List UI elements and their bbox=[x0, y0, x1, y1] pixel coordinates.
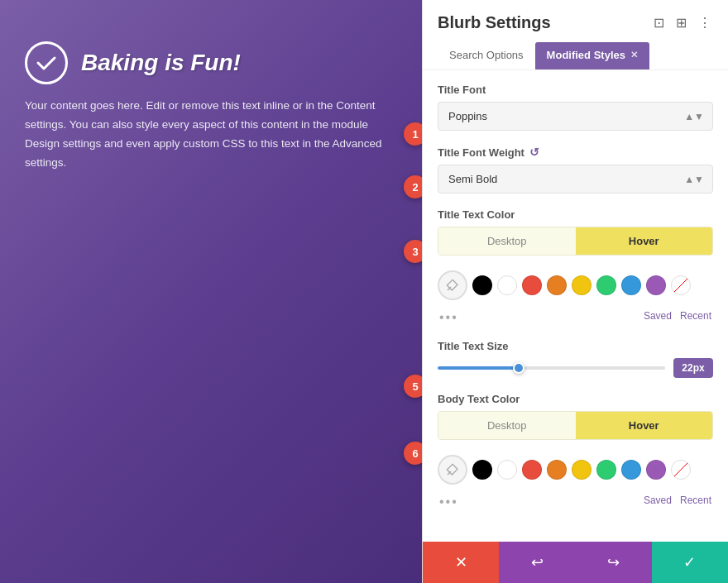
title-font-label: Title Font bbox=[438, 84, 713, 96]
title-size-value: 22px bbox=[673, 358, 713, 378]
title-text-color-group: Title Text Color Desktop Hover bbox=[438, 208, 713, 325]
title-color-saved-link[interactable]: Saved bbox=[644, 310, 672, 325]
badge-1: 1 bbox=[404, 122, 422, 146]
title-color-hover-tab[interactable]: Hover bbox=[576, 227, 713, 255]
body-color-swatch-none[interactable] bbox=[671, 460, 691, 480]
title-eyedropper-btn[interactable] bbox=[438, 270, 467, 300]
badge-2: 2 bbox=[404, 175, 422, 198]
preview-header: Baking is Fun! bbox=[25, 41, 405, 84]
save-button[interactable]: ✓ bbox=[652, 542, 728, 583]
body-color-swatch-blue[interactable] bbox=[621, 460, 641, 480]
title-color-row bbox=[438, 264, 713, 307]
body-color-swatch-yellow[interactable] bbox=[572, 460, 592, 480]
tabs-row: Search Options Modified Styles ✕ bbox=[438, 42, 713, 69]
preview-content: Baking is Fun! Your content goes here. E… bbox=[25, 41, 405, 173]
tab-modified[interactable]: Modified Styles ✕ bbox=[535, 42, 649, 69]
checkmark-circle bbox=[25, 41, 68, 84]
title-font-select[interactable]: Poppins Open Sans Roboto Lato Montserrat bbox=[438, 103, 712, 130]
badge-3: 3 bbox=[404, 240, 422, 263]
title-color-desktop-tab[interactable]: Desktop bbox=[438, 227, 576, 255]
color-meta-links: Saved Recent bbox=[644, 310, 711, 325]
color-swatch-yellow[interactable] bbox=[572, 275, 592, 295]
body-color-more-dots[interactable]: ••• bbox=[439, 495, 458, 509]
body-color-swatch-green[interactable] bbox=[596, 460, 616, 480]
title-font-weight-label: Title Font Weight ↺ bbox=[438, 146, 713, 159]
fullscreen-icon[interactable]: ⊡ bbox=[652, 13, 666, 32]
preview-title: Baking is Fun! bbox=[81, 50, 241, 76]
body-color-view-tabs: Desktop Hover bbox=[438, 411, 713, 440]
body-color-meta: ••• Saved Recent bbox=[438, 495, 713, 509]
title-font-select-wrapper: Poppins Open Sans Roboto Lato Montserrat… bbox=[438, 102, 713, 131]
title-color-view-tabs: Desktop Hover bbox=[438, 227, 713, 256]
title-color-meta: ••• Saved Recent bbox=[438, 310, 713, 325]
body-color-desktop-tab[interactable]: Desktop bbox=[438, 412, 576, 439]
body-color-swatch-orange[interactable] bbox=[547, 460, 567, 480]
redo-icon: ↪ bbox=[607, 553, 620, 571]
tab-close-icon[interactable]: ✕ bbox=[630, 50, 638, 60]
panel-header: Blurb Settings ⊡ ⊞ ⋮ Search Options Modi… bbox=[423, 0, 728, 70]
title-color-recent-link[interactable]: Recent bbox=[680, 310, 711, 325]
color-more-dots[interactable]: ••• bbox=[439, 310, 458, 325]
preview-panel: Baking is Fun! Your content goes here. E… bbox=[0, 0, 422, 583]
panel-footer: ✕ ↩ ↪ ✓ bbox=[423, 542, 728, 583]
title-size-slider-row: 22px bbox=[438, 358, 713, 378]
title-text-size-group: Title Text Size 22px bbox=[438, 340, 713, 378]
color-swatch-purple[interactable] bbox=[646, 275, 666, 295]
body-color-recent-link[interactable]: Recent bbox=[680, 495, 711, 509]
badge-5: 5 bbox=[404, 375, 422, 398]
body-color-row bbox=[438, 448, 713, 491]
color-swatch-black[interactable] bbox=[472, 275, 492, 295]
columns-icon[interactable]: ⊞ bbox=[674, 13, 688, 32]
body-color-saved-link[interactable]: Saved bbox=[644, 495, 672, 509]
body-color-swatch-white[interactable] bbox=[497, 460, 517, 480]
title-font-group: Title Font Poppins Open Sans Roboto Lato… bbox=[438, 84, 713, 131]
redo-button[interactable]: ↪ bbox=[576, 542, 652, 583]
title-font-weight-reset-icon[interactable]: ↺ bbox=[529, 146, 539, 159]
body-text-color-group: Body Text Color Desktop Hover bbox=[438, 393, 713, 509]
title-font-weight-group: Title Font Weight ↺ Thin Light Regular S… bbox=[438, 146, 713, 194]
color-swatch-red[interactable] bbox=[522, 275, 542, 295]
tab-search[interactable]: Search Options bbox=[438, 42, 535, 69]
body-color-meta-links: Saved Recent bbox=[644, 495, 711, 509]
preview-body: Your content goes here. Edit or remove t… bbox=[25, 97, 405, 173]
color-swatch-white[interactable] bbox=[497, 275, 517, 295]
more-icon[interactable]: ⋮ bbox=[697, 13, 713, 32]
cancel-icon: ✕ bbox=[455, 553, 467, 571]
title-size-slider[interactable] bbox=[438, 366, 665, 370]
body-text-color-label: Body Text Color bbox=[438, 393, 713, 405]
title-font-weight-select[interactable]: Thin Light Regular Semi Bold Bold Extra … bbox=[438, 165, 712, 193]
save-icon: ✓ bbox=[683, 553, 696, 571]
title-text-color-label: Title Text Color bbox=[438, 208, 713, 221]
body-color-swatch-black[interactable] bbox=[472, 460, 492, 480]
title-text-size-label: Title Text Size bbox=[438, 340, 713, 352]
panel-title-row: Blurb Settings ⊡ ⊞ ⋮ bbox=[438, 13, 713, 32]
color-swatch-none[interactable] bbox=[671, 275, 691, 295]
body-color-hover-tab[interactable]: Hover bbox=[576, 412, 713, 439]
panel-content[interactable]: Title Font Poppins Open Sans Roboto Lato… bbox=[423, 70, 728, 542]
body-color-swatch-red[interactable] bbox=[522, 460, 542, 480]
badge-6: 6 bbox=[404, 442, 422, 465]
color-swatch-blue[interactable] bbox=[621, 275, 641, 295]
panel-title-icons: ⊡ ⊞ ⋮ bbox=[652, 13, 713, 32]
body-eyedropper-btn[interactable] bbox=[438, 455, 467, 485]
title-font-weight-select-wrapper: Thin Light Regular Semi Bold Bold Extra … bbox=[438, 165, 713, 194]
reset-button[interactable]: ↩ bbox=[499, 542, 575, 583]
panel-title: Blurb Settings bbox=[438, 13, 551, 32]
color-swatch-green[interactable] bbox=[596, 275, 616, 295]
body-color-swatch-purple[interactable] bbox=[646, 460, 666, 480]
reset-icon: ↩ bbox=[531, 553, 544, 571]
settings-panel: Blurb Settings ⊡ ⊞ ⋮ Search Options Modi… bbox=[422, 0, 728, 583]
color-swatch-orange[interactable] bbox=[547, 275, 567, 295]
cancel-button[interactable]: ✕ bbox=[423, 542, 499, 583]
